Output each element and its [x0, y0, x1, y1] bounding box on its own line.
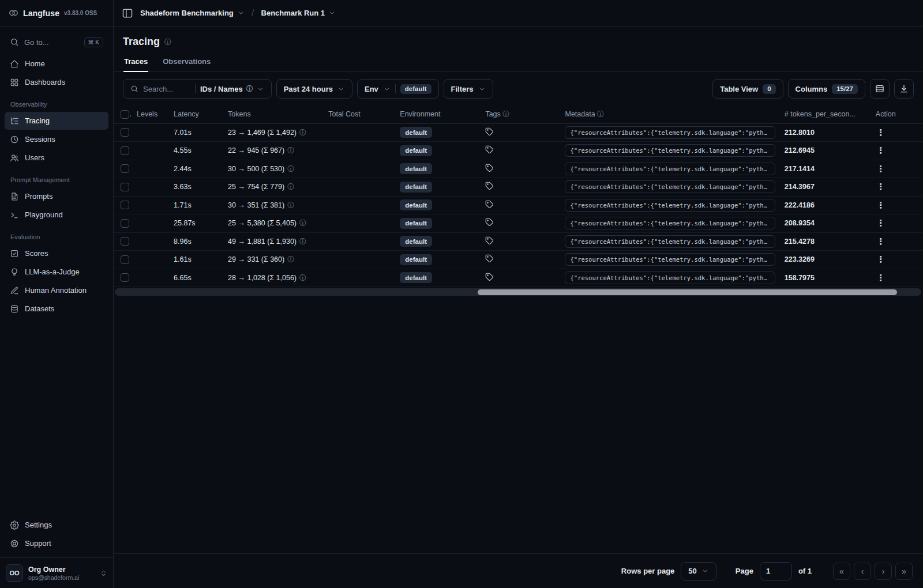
- row-actions-menu[interactable]: ⋮: [876, 236, 886, 247]
- select-all-checkbox[interactable]: [121, 110, 129, 119]
- metadata-cell[interactable]: {"resourceAttributes":{"telemetry.sdk.la…: [565, 163, 775, 175]
- trace-row[interactable]: 1.71s30 → 351 (Σ 381)ⓘdefault{"resourceA…: [114, 196, 923, 214]
- row-actions-menu[interactable]: ⋮: [876, 127, 886, 138]
- trace-row[interactable]: 8.96s49 → 1,881 (Σ 1,930)ⓘdefault{"resou…: [114, 232, 923, 251]
- tokens-value: 29 → 331 (Σ 360): [228, 255, 284, 263]
- search-scope-select[interactable]: IDs / Names ⓘ: [200, 85, 264, 93]
- org-switcher[interactable]: Shadeform Benchmarking: [140, 9, 245, 17]
- sidebar-item-human-annotation[interactable]: Human Annotation: [5, 281, 108, 299]
- row-checkbox[interactable]: [121, 183, 129, 191]
- export-button[interactable]: [894, 79, 914, 99]
- metadata-cell[interactable]: {"resourceAttributes":{"telemetry.sdk.la…: [565, 272, 775, 284]
- tag-icon[interactable]: [485, 236, 494, 245]
- metadata-cell[interactable]: {"resourceAttributes":{"telemetry.sdk.la…: [565, 199, 775, 212]
- sidebar-toggle-button[interactable]: [122, 7, 133, 19]
- account-menu[interactable]: OO Org Owner ops@shadeform.ai: [0, 557, 113, 588]
- search-input[interactable]: [143, 85, 190, 93]
- sidebar-item-label: Support: [25, 539, 51, 548]
- row-checkbox[interactable]: [121, 201, 129, 209]
- next-page-button[interactable]: ›: [875, 563, 892, 580]
- trace-row[interactable]: 4.55s22 → 945 (Σ 967)ⓘdefault{"resourceA…: [114, 142, 923, 160]
- project-switcher[interactable]: Benchmark Run 1: [261, 9, 336, 17]
- metadata-cell[interactable]: {"resourceAttributes":{"telemetry.sdk.la…: [565, 235, 775, 248]
- dashboards-icon: [10, 78, 19, 87]
- metadata-cell[interactable]: {"resourceAttributes":{"telemetry.sdk.la…: [565, 253, 775, 266]
- page-number-input[interactable]: [760, 562, 792, 581]
- last-page-button[interactable]: »: [895, 563, 913, 580]
- trace-row[interactable]: 7.01s23 → 1,469 (Σ 1,492)ⓘdefault{"resou…: [114, 123, 923, 142]
- search-box[interactable]: IDs / Names ⓘ: [123, 79, 272, 99]
- tag-icon[interactable]: [485, 164, 494, 172]
- column-header-latency[interactable]: Latency: [174, 110, 199, 118]
- column-header-metadata[interactable]: Metadata: [565, 110, 595, 118]
- tab-traces[interactable]: Traces: [123, 52, 148, 72]
- row-checkbox[interactable]: [121, 273, 129, 282]
- trace-row[interactable]: 1.61s29 → 331 (Σ 360)ⓘdefault{"resourceA…: [114, 251, 923, 269]
- column-header-tags[interactable]: Tags: [485, 110, 500, 118]
- metadata-cell[interactable]: {"resourceAttributes":{"telemetry.sdk.la…: [565, 217, 775, 229]
- sidebar-item-support[interactable]: Support: [5, 534, 108, 552]
- row-actions-menu[interactable]: ⋮: [876, 218, 886, 228]
- row-checkbox[interactable]: [121, 237, 129, 246]
- scrollbar-thumb[interactable]: [478, 289, 897, 295]
- row-checkbox[interactable]: [121, 255, 129, 264]
- row-actions-menu[interactable]: ⋮: [876, 182, 886, 192]
- tag-icon[interactable]: [485, 254, 494, 263]
- first-page-button[interactable]: «: [833, 563, 850, 580]
- table-view-button[interactable]: Table View 0: [712, 79, 783, 99]
- column-header-total-cost[interactable]: Total Cost: [328, 110, 361, 118]
- trace-row[interactable]: 6.65s28 → 1,028 (Σ 1,056)ⓘdefault{"resou…: [114, 269, 923, 287]
- sidebar-item-scores[interactable]: Scores: [5, 244, 108, 262]
- sidebar-item-datasets[interactable]: Datasets: [5, 300, 108, 318]
- column-header-action[interactable]: Action: [876, 110, 896, 118]
- latency-value: 1.71s: [174, 201, 192, 209]
- column-header-environment[interactable]: Environment: [400, 110, 440, 118]
- env-filter[interactable]: Env default: [357, 79, 439, 99]
- tokens-value: 23 → 1,469 (Σ 1,492): [228, 129, 297, 137]
- column-header-tokens[interactable]: Tokens: [228, 110, 251, 118]
- rows-per-page-select[interactable]: 50: [681, 562, 716, 581]
- tag-icon[interactable]: [485, 273, 494, 281]
- trace-row[interactable]: 2.44s30 → 500 (Σ 530)ⓘdefault{"resourceA…: [114, 160, 923, 178]
- horizontal-scrollbar[interactable]: [115, 288, 921, 296]
- row-checkbox[interactable]: [121, 146, 129, 155]
- row-checkbox[interactable]: [121, 164, 129, 173]
- tag-icon[interactable]: [485, 182, 494, 190]
- tag-icon[interactable]: [485, 127, 494, 136]
- columns-button[interactable]: Columns 15/27: [788, 79, 865, 99]
- row-checkbox[interactable]: [121, 219, 129, 228]
- row-checkbox[interactable]: [121, 128, 129, 137]
- column-header-tokens-per-secon[interactable]: # tokens_per_secon...: [785, 110, 856, 118]
- metadata-cell[interactable]: {"resourceAttributes":{"telemetry.sdk.la…: [565, 180, 775, 193]
- trace-row[interactable]: 3.63s25 → 754 (Σ 779)ⓘdefault{"resourceA…: [114, 178, 923, 197]
- time-range-select[interactable]: Past 24 hours: [276, 79, 352, 99]
- row-actions-menu[interactable]: ⋮: [876, 145, 886, 156]
- metadata-cell[interactable]: {"resourceAttributes":{"telemetry.sdk.la…: [565, 144, 775, 157]
- row-height-button[interactable]: [870, 79, 890, 99]
- prev-page-button[interactable]: ‹: [854, 563, 871, 580]
- sidebar-item-dashboards[interactable]: Dashboards: [5, 73, 108, 91]
- sidebar-item-users[interactable]: Users: [5, 149, 108, 167]
- sidebar-item-tracing[interactable]: Tracing: [5, 112, 108, 130]
- row-actions-menu[interactable]: ⋮: [876, 164, 886, 174]
- row-actions-menu[interactable]: ⋮: [876, 254, 886, 265]
- sidebar-item-llm-as-a-judge[interactable]: LLM-as-a-Judge: [5, 263, 108, 281]
- trace-row[interactable]: 25.87s25 → 5,380 (Σ 5,405)ⓘdefault{"reso…: [114, 214, 923, 233]
- tag-icon[interactable]: [485, 218, 494, 227]
- row-actions-menu[interactable]: ⋮: [876, 273, 886, 283]
- sidebar-item-sessions[interactable]: Sessions: [5, 130, 108, 148]
- sidebar-item-settings[interactable]: Settings: [5, 516, 108, 534]
- tag-icon[interactable]: [485, 200, 494, 209]
- goto-search-button[interactable]: Go to... ⌘ K: [5, 32, 108, 52]
- column-header-levels[interactable]: Levels: [137, 110, 157, 118]
- tag-icon[interactable]: [485, 145, 494, 154]
- sidebar-item-playground[interactable]: Playground: [5, 206, 108, 224]
- filters-button[interactable]: Filters: [444, 79, 493, 99]
- sidebar-item-prompts[interactable]: Prompts: [5, 187, 108, 205]
- page-header: Tracing ⓘ: [114, 27, 923, 52]
- info-icon: ⓘ: [287, 255, 294, 263]
- metadata-cell[interactable]: {"resourceAttributes":{"telemetry.sdk.la…: [565, 126, 775, 139]
- sidebar-item-home[interactable]: Home: [5, 55, 108, 73]
- row-actions-menu[interactable]: ⋮: [876, 200, 886, 210]
- tab-observations[interactable]: Observations: [162, 52, 211, 72]
